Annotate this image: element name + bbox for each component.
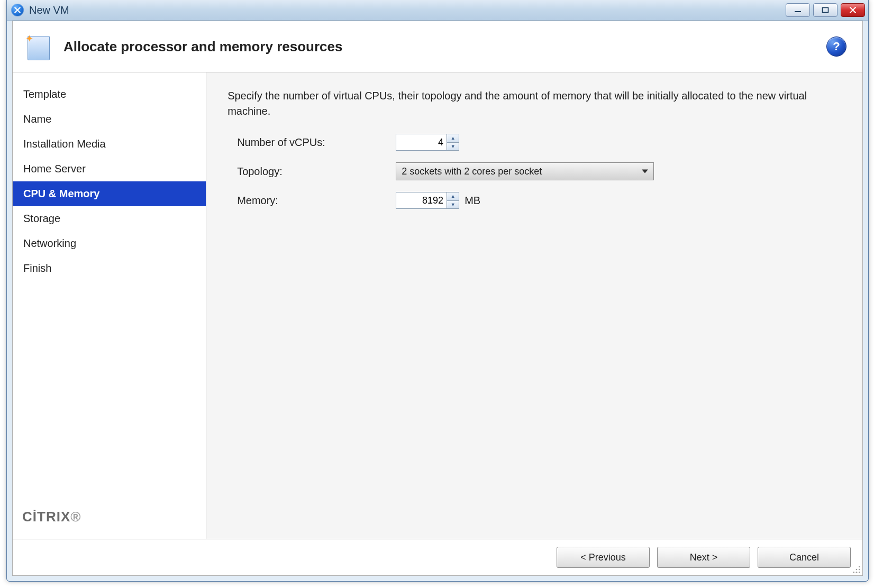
sidebar-item-networking[interactable]: Networking: [13, 231, 206, 256]
topology-value: 2 sockets with 2 cores per socket: [402, 166, 542, 177]
vcpu-label: Number of vCPUs:: [237, 136, 396, 149]
svg-rect-0: [795, 11, 801, 12]
sidebar-item-cpu-memory[interactable]: CPU & Memory: [13, 181, 206, 206]
titlebar: New VM: [7, 0, 868, 21]
sidebar-item-name[interactable]: Name: [13, 107, 206, 132]
sidebar-item-template[interactable]: Template: [13, 82, 206, 107]
sidebar-item-label: Installation Media: [23, 138, 106, 150]
memory-step-up[interactable]: ▲: [447, 192, 459, 200]
topology-label: Topology:: [237, 166, 396, 178]
vendor-brand: CİTRIX®: [13, 509, 206, 539]
sidebar-item-label: Finish: [23, 262, 51, 274]
pane-description: Specify the number of virtual CPUs, thei…: [227, 88, 841, 119]
memory-step-down[interactable]: ▼: [447, 200, 459, 209]
window-frame: New VM ✦ Allocate processor and memory r…: [6, 0, 869, 582]
content-pane: Specify the number of virtual CPUs, thei…: [206, 72, 862, 539]
page-title: Allocate processor and memory resources: [63, 39, 826, 55]
footer: < Previous Next > Cancel: [13, 539, 862, 575]
wizard-step-icon: ✦: [25, 33, 53, 60]
vcpu-input[interactable]: [396, 134, 447, 151]
window-title: New VM: [29, 4, 69, 16]
sidebar-item-label: Template: [23, 88, 66, 100]
client-area: ✦ Allocate processor and memory resource…: [12, 21, 863, 576]
memory-input[interactable]: [396, 192, 447, 209]
sidebar-item-storage[interactable]: Storage: [13, 206, 206, 231]
sidebar-item-home-server[interactable]: Home Server: [13, 157, 206, 181]
close-button[interactable]: [841, 3, 865, 17]
maximize-button[interactable]: [813, 3, 837, 17]
memory-label: Memory:: [237, 195, 396, 207]
sidebar-item-label: CPU & Memory: [23, 188, 99, 199]
wizard-sidebar: Template Name Installation Media Home Se…: [13, 72, 206, 539]
vcpu-step-up[interactable]: ▲: [447, 134, 459, 142]
sidebar-item-label: Home Server: [23, 163, 86, 174]
header: ✦ Allocate processor and memory resource…: [13, 21, 862, 72]
app-icon: [11, 4, 24, 16]
sidebar-item-label: Storage: [23, 213, 60, 224]
minimize-button[interactable]: [786, 3, 810, 17]
chevron-down-icon: [642, 170, 648, 173]
previous-button[interactable]: < Previous: [557, 547, 650, 568]
sidebar-item-finish[interactable]: Finish: [13, 256, 206, 281]
help-button[interactable]: ?: [826, 36, 846, 57]
vcpu-step-down[interactable]: ▼: [447, 142, 459, 151]
memory-unit: MB: [465, 195, 480, 207]
cancel-button[interactable]: Cancel: [758, 547, 851, 568]
sidebar-item-label: Networking: [23, 237, 76, 249]
help-icon: ?: [833, 40, 840, 53]
next-button[interactable]: Next >: [657, 547, 750, 568]
sidebar-item-installation-media[interactable]: Installation Media: [13, 132, 206, 157]
svg-rect-1: [823, 8, 829, 13]
topology-combo[interactable]: 2 sockets with 2 cores per socket: [396, 162, 654, 180]
memory-stepper[interactable]: ▲ ▼: [396, 192, 459, 209]
sidebar-item-label: Name: [23, 113, 51, 125]
vcpu-stepper[interactable]: ▲ ▼: [396, 134, 459, 151]
